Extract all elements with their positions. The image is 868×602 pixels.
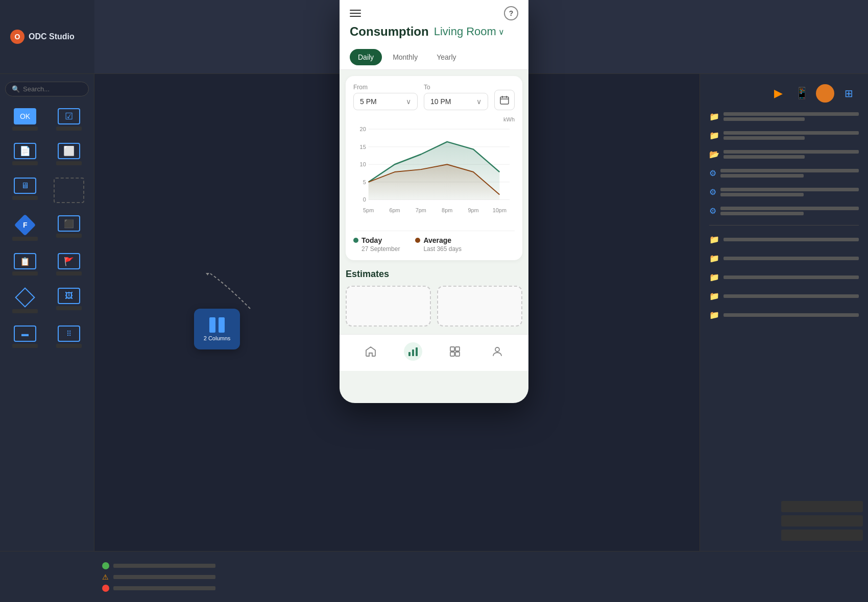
nav-home-icon[interactable] (361, 342, 380, 361)
gear-icon-3: ⚙ (709, 206, 716, 216)
calendar-button[interactable] (494, 90, 515, 110)
search-icon: 🔍 (12, 85, 20, 93)
folder-item-4[interactable]: 📁 (705, 232, 863, 247)
grid-view-icon[interactable]: ⊞ (839, 84, 858, 103)
widget-grid: OK ☑ 📄 ⬜ 🖥 F (5, 104, 89, 352)
widget-item-image[interactable]: 🖼 (49, 284, 89, 317)
input-box-2[interactable] (781, 515, 863, 526)
right-panel-icons: ▶ 📱 ⊞ (705, 82, 863, 105)
widget-item-bar[interactable]: ▬ (5, 321, 45, 352)
folder-item-6[interactable]: 📁 (705, 270, 863, 285)
chart-legend: Today 27 September Average Last 365 days (353, 231, 515, 253)
input-box-3[interactable] (781, 530, 863, 541)
phone-title-area: Consumption Living Room ∨ (340, 24, 528, 46)
gear-bar-1a (720, 169, 859, 172)
widget-item-ok[interactable]: OK (5, 104, 45, 135)
user-avatar[interactable] (816, 84, 834, 103)
from-select[interactable]: 5 PM ∨ (353, 93, 418, 110)
widget-item-layout[interactable]: ⬛ (49, 211, 89, 245)
section-divider (709, 225, 859, 225)
to-label: To (424, 84, 488, 91)
from-value: 5 PM (360, 97, 377, 106)
widget-item-dashed[interactable] (49, 173, 89, 207)
from-label: From (353, 84, 418, 91)
ok-widget-icon: OK (14, 108, 36, 124)
average-dot-row: Average (415, 236, 462, 244)
widget-item-diamond[interactable] (5, 284, 45, 317)
folder-bars-4 (724, 238, 859, 241)
folder-item-2[interactable]: 📁 (705, 128, 863, 143)
widget-item-list[interactable]: 📋 (5, 249, 45, 280)
svg-text:9pm: 9pm (468, 207, 478, 213)
estimates-title: Estimates (346, 269, 522, 280)
to-select[interactable]: 10 PM ∨ (424, 93, 488, 110)
status-item-success (102, 562, 766, 569)
gear-bars-1 (720, 169, 859, 178)
diamond-label (12, 309, 38, 313)
estimate-card-2[interactable] (437, 286, 522, 327)
layout-widget-label (56, 234, 82, 238)
gear-item-3[interactable]: ⚙ (705, 204, 863, 218)
svg-rect-25 (450, 352, 454, 356)
widget-item-square[interactable]: ⬜ (49, 139, 89, 169)
folder-item-5[interactable]: 📁 (705, 251, 863, 266)
folder-item-8[interactable]: 📁 (705, 308, 863, 322)
svg-text:8pm: 8pm (442, 207, 452, 213)
phone-bottom-nav (340, 334, 528, 371)
two-col-icons (209, 317, 225, 333)
help-icon[interactable]: ? (504, 6, 518, 20)
gear-item-2[interactable]: ⚙ (705, 185, 863, 199)
ok-widget-label (12, 127, 38, 131)
kwh-label: kWh (353, 116, 515, 122)
warning-icon: ⚠ (102, 573, 109, 581)
nav-grid-icon[interactable] (446, 342, 464, 361)
folder-bar-1b (724, 117, 805, 121)
monitor-widget-icon: 🖥 (14, 178, 36, 194)
orange-arrow-icon[interactable]: ▶ (769, 84, 787, 103)
hamburger-icon[interactable] (350, 10, 361, 17)
widget-item-doc[interactable]: 📄 (5, 139, 45, 169)
widget-item-f-diamond[interactable]: F (5, 211, 45, 245)
image-widget-icon: 🖼 (58, 288, 80, 304)
gear-bars-3 (720, 207, 859, 215)
folder-bar-2a (724, 131, 859, 135)
svg-text:15: 15 (360, 144, 366, 150)
phone-icon[interactable]: 📱 (792, 84, 811, 103)
gear-item-1[interactable]: ⚙ (705, 166, 863, 181)
widget-item-check[interactable]: ☑ (49, 104, 89, 135)
input-box-1[interactable] (781, 501, 863, 512)
search-box[interactable]: 🔍 (5, 82, 89, 96)
success-dot (102, 562, 109, 569)
svg-text:7pm: 7pm (416, 207, 426, 213)
svg-rect-20 (408, 352, 411, 356)
widget-item-flag[interactable]: 🚩 (49, 249, 89, 280)
folder-item-1[interactable]: 📁 (705, 109, 863, 124)
estimates-cols (346, 286, 522, 327)
nav-chart-icon[interactable] (404, 342, 422, 361)
odc-logo-icon: O (10, 30, 25, 44)
widget-item-monitor[interactable]: 🖥 (5, 173, 45, 207)
folder-bar-3a (724, 150, 859, 154)
estimate-card-1[interactable] (346, 286, 431, 327)
right-panel: ▶ 📱 ⊞ 📁 📁 📂 ⚙ ⚙ (700, 74, 868, 551)
col-bar-2 (219, 317, 225, 333)
average-dot (415, 238, 420, 243)
gear-bar-2b (720, 193, 804, 196)
tab-yearly[interactable]: Yearly (428, 49, 464, 65)
average-sub: Last 365 days (423, 245, 462, 253)
folder-closed-icon-1: 📁 (709, 112, 719, 121)
folder-closed-icon-2: 📁 (709, 131, 719, 140)
tab-daily[interactable]: Daily (350, 49, 382, 65)
today-sub: 27 September (361, 245, 400, 253)
folder-item-3[interactable]: 📂 (705, 147, 863, 162)
room-selector[interactable]: Living Room ∨ (434, 25, 504, 38)
search-input[interactable] (23, 85, 82, 93)
nav-user-icon[interactable] (488, 342, 507, 361)
two-columns-box[interactable]: 2 Columns (194, 309, 240, 349)
success-text (113, 564, 215, 568)
room-name: Living Room (434, 25, 496, 38)
tab-monthly[interactable]: Monthly (384, 49, 426, 65)
gear-bars-2 (720, 188, 859, 196)
widget-item-dots[interactable]: ⠿ (49, 321, 89, 352)
folder-item-7[interactable]: 📁 (705, 289, 863, 304)
